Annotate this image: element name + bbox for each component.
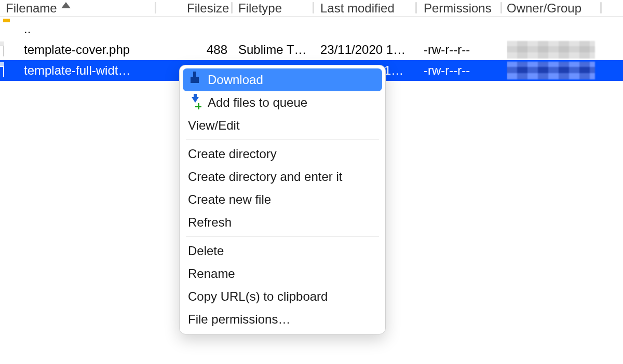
column-resize-handle[interactable]	[231, 2, 233, 13]
menu-item-view-edit[interactable]: View/Edit	[183, 114, 382, 137]
menu-separator	[186, 236, 379, 237]
column-resize-handle[interactable]	[155, 2, 156, 13]
menu-item-delete[interactable]: Delete	[183, 240, 382, 262]
column-label: Filetype	[238, 1, 282, 16]
menu-item-add-files-to-queue[interactable]: Add files to queue	[183, 91, 382, 114]
add-to-queue-icon	[188, 97, 201, 108]
column-label: Filesize	[187, 1, 229, 16]
menu-label: Add files to queue	[208, 95, 307, 110]
column-header-filename[interactable]: Filename	[6, 0, 71, 17]
file-size: 488	[207, 43, 227, 57]
menu-label: Delete	[188, 244, 224, 258]
file-name: ..	[24, 22, 31, 36]
menu-item-rename[interactable]: Rename	[183, 262, 382, 285]
menu-label: Download	[208, 73, 263, 87]
column-header-filesize[interactable]: Filesize	[187, 0, 229, 17]
column-resize-handle[interactable]	[500, 2, 502, 13]
column-header-row: Filename Filesize Filetype Last modified…	[0, 0, 623, 17]
column-header-filetype[interactable]: Filetype	[238, 0, 282, 17]
menu-item-refresh[interactable]: Refresh	[183, 211, 382, 234]
owner-group-blurred	[507, 62, 595, 79]
file-row[interactable]: template-cover.php 488 Sublime T… 23/11/…	[0, 39, 623, 60]
column-label: Last modified	[320, 1, 395, 16]
column-resize-handle[interactable]	[415, 2, 417, 13]
menu-label: Copy URL(s) to clipboard	[188, 289, 328, 304]
column-header-owner-group[interactable]: Owner/Group	[507, 0, 581, 17]
column-resize-handle[interactable]	[600, 2, 602, 13]
menu-separator	[186, 139, 379, 140]
menu-label: File permissions…	[188, 312, 290, 327]
menu-item-file-permissions[interactable]: File permissions…	[183, 308, 382, 331]
parent-directory-row[interactable]: ..	[0, 19, 623, 39]
menu-item-create-directory-enter[interactable]: Create directory and enter it	[183, 165, 382, 188]
file-name: template-cover.php	[24, 43, 130, 57]
column-header-permissions[interactable]: Permissions	[424, 0, 492, 17]
file-icon	[3, 63, 19, 78]
context-menu: Download Add files to queue View/Edit Cr…	[179, 65, 386, 334]
menu-label: Create new file	[188, 192, 271, 207]
column-header-last-modified[interactable]: Last modified	[320, 0, 395, 17]
menu-label: Rename	[188, 267, 235, 281]
menu-label: Create directory	[188, 147, 277, 161]
folder-icon	[3, 21, 19, 37]
menu-label: Create directory and enter it	[188, 170, 342, 184]
owner-group-blurred	[507, 41, 595, 59]
file-icon	[3, 42, 19, 58]
file-name: template-full-widt…	[24, 63, 130, 78]
column-label: Owner/Group	[507, 1, 581, 16]
column-resize-handle[interactable]	[313, 2, 314, 13]
column-label: Permissions	[424, 1, 492, 16]
menu-item-download[interactable]: Download	[183, 68, 382, 91]
file-modified: 23/11/2020 1…	[320, 43, 405, 57]
menu-item-create-new-file[interactable]: Create new file	[183, 188, 382, 211]
file-permissions: -rw-r--r--	[424, 63, 470, 78]
menu-label: View/Edit	[188, 118, 240, 133]
file-type: Sublime T…	[238, 43, 307, 57]
file-permissions: -rw-r--r--	[424, 43, 470, 57]
sort-ascending-icon	[61, 2, 71, 8]
menu-label: Refresh	[188, 215, 232, 230]
menu-item-copy-url[interactable]: Copy URL(s) to clipboard	[183, 285, 382, 308]
download-icon	[188, 77, 201, 83]
column-label: Filename	[6, 1, 57, 16]
file-modified-partial: 1…	[384, 63, 403, 78]
menu-item-create-directory[interactable]: Create directory	[183, 143, 382, 165]
